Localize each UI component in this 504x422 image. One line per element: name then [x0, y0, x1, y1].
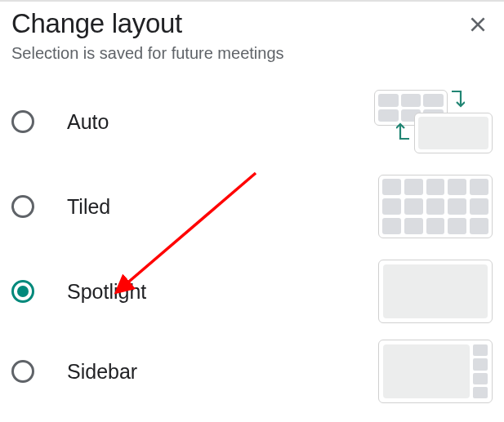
option-tiled-label: Tiled — [67, 195, 378, 219]
layout-options: Auto Tiled Spotlight — [0, 79, 504, 409]
radio-auto[interactable] — [11, 110, 34, 133]
preview-spotlight-icon — [378, 260, 493, 323]
preview-sidebar-icon — [378, 340, 493, 403]
option-spotlight-label: Spotlight — [67, 280, 378, 304]
close-button[interactable] — [465, 11, 491, 38]
option-sidebar[interactable]: Sidebar — [0, 334, 504, 409]
preview-tiled-icon — [378, 175, 493, 238]
option-spotlight[interactable]: Spotlight — [0, 249, 504, 334]
preview-auto-icon — [374, 90, 493, 153]
radio-sidebar[interactable] — [11, 360, 34, 383]
close-icon — [467, 14, 488, 35]
option-sidebar-label: Sidebar — [67, 360, 378, 384]
dialog-title: Change layout — [11, 8, 182, 39]
option-tiled[interactable]: Tiled — [0, 164, 504, 249]
option-auto[interactable]: Auto — [0, 79, 504, 164]
dialog-subtitle: Selection is saved for future meetings — [0, 39, 504, 79]
radio-tiled[interactable] — [11, 195, 34, 218]
option-auto-label: Auto — [67, 110, 374, 134]
radio-spotlight[interactable] — [11, 280, 34, 303]
